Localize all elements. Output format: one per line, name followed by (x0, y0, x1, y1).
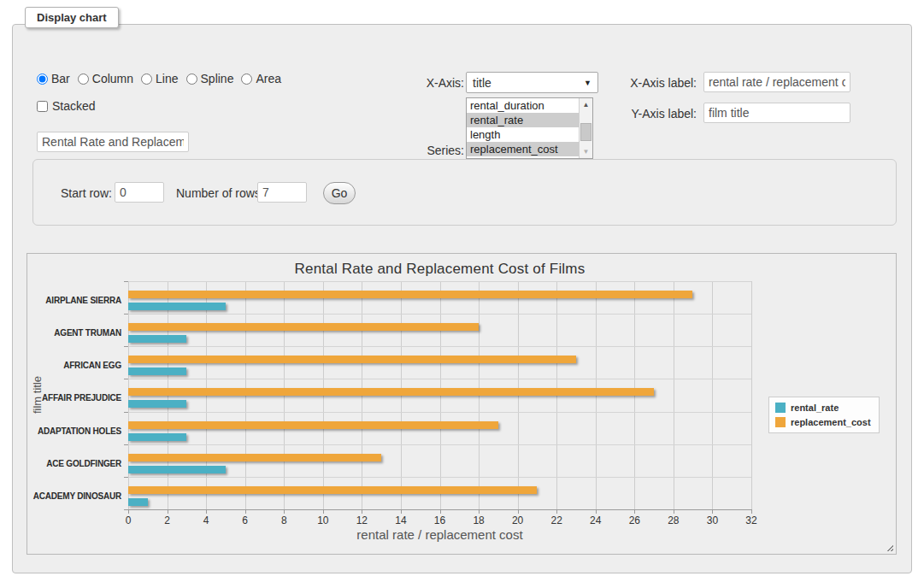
gridline-v (751, 281, 752, 509)
x-tick-label: 4 (191, 514, 221, 526)
bar-rental_rate[interactable] (128, 498, 148, 506)
radio-spline[interactable] (186, 73, 197, 85)
x-tick-label: 0 (114, 514, 143, 526)
y-axis-label-input[interactable] (703, 103, 850, 123)
bar-rental_rate[interactable] (128, 367, 186, 375)
gridline-h (128, 281, 751, 282)
series-option-rental_duration[interactable]: rental_duration (467, 98, 580, 113)
x-tick-label: 12 (347, 514, 376, 526)
x-axis-label-input[interactable] (703, 72, 850, 92)
row-range-panel: Start row: Number of rows: Go (32, 159, 897, 226)
bar-rental_rate[interactable] (128, 400, 186, 408)
series-option-rental_rate[interactable]: rental_rate (467, 113, 580, 127)
bar-rental_rate[interactable] (128, 303, 226, 310)
gridline-h (128, 346, 751, 347)
legend-swatch-icon (775, 403, 786, 413)
x-axis-select-value: title (473, 76, 491, 90)
chart-type-radio-line[interactable]: Line (141, 72, 178, 85)
x-tick-label: 6 (231, 514, 260, 526)
category-label: AIRPLANE SIERRA (27, 296, 121, 305)
x-tick (751, 509, 752, 514)
x-tick-label: 24 (581, 514, 610, 526)
stacked-label: Stacked (52, 99, 96, 113)
scrollbar-thumb[interactable] (580, 123, 591, 141)
gridline-h (128, 412, 751, 413)
scrollbar-up-icon[interactable]: ▲ (580, 98, 592, 111)
x-axis-select[interactable]: title ▼ (466, 72, 598, 93)
radio-label: Column (92, 72, 133, 85)
start-row-input[interactable] (115, 182, 164, 203)
radio-label: Bar (51, 72, 70, 85)
chart-type-radio-area[interactable]: Area (241, 72, 281, 85)
bar-replacement_cost[interactable] (128, 356, 576, 363)
bar-replacement_cost[interactable] (128, 388, 654, 396)
legend-item-rental_rate[interactable]: rental_rate (775, 403, 871, 413)
radio-line[interactable] (141, 73, 152, 85)
stacked-checkbox[interactable] (37, 101, 48, 112)
y-tick (124, 379, 128, 379)
bar-rental_rate[interactable] (128, 466, 226, 473)
scrollbar-down-icon[interactable]: ▼ (580, 145, 592, 158)
x-tick-label: 8 (269, 514, 298, 526)
gridline-v (712, 281, 713, 509)
page: Display chart BarColumnLineSplineArea St… (0, 0, 924, 582)
panel-legend: Display chart (25, 7, 119, 28)
bar-replacement_cost[interactable] (128, 486, 537, 494)
chart-type-radio-group: BarColumnLineSplineArea (37, 72, 281, 85)
series-option-length[interactable]: length (467, 127, 580, 142)
go-button[interactable]: Go (323, 182, 356, 204)
category-label: AFRICAN EGG (27, 361, 121, 370)
radio-column[interactable] (78, 73, 89, 85)
chart-type-radio-column[interactable]: Column (78, 72, 133, 85)
gridline-h (128, 314, 751, 315)
gridline-v (674, 281, 674, 509)
x-axis-select-label: X-Axis: (389, 76, 464, 90)
x-tick-label: 18 (464, 514, 493, 526)
x-tick-label: 2 (153, 514, 182, 526)
chart-title-input[interactable] (37, 132, 189, 152)
chart-type-radio-bar[interactable]: Bar (37, 72, 70, 85)
bar-replacement_cost[interactable] (128, 454, 381, 461)
bar-replacement_cost[interactable] (128, 421, 498, 429)
bar-rental_rate[interactable] (128, 335, 186, 343)
number-of-rows-label: Number of rows: (176, 186, 264, 200)
x-tick-label: 14 (386, 514, 415, 526)
chart-legend: rental_ratereplacement_cost (768, 397, 880, 433)
chart-title: Rental Rate and Replacement Cost of Film… (128, 261, 751, 278)
y-tick (124, 444, 128, 445)
bar-replacement_cost[interactable] (128, 323, 479, 331)
legend-item-replacement_cost[interactable]: replacement_cost (775, 417, 871, 427)
radio-bar[interactable] (37, 73, 48, 85)
radio-area[interactable] (241, 73, 252, 85)
chart-x-axis-title: rental rate / replacement cost (128, 527, 751, 542)
chart-type-radio-spline[interactable]: Spline (186, 72, 234, 85)
x-tick-label: 26 (620, 514, 649, 526)
x-axis-line (128, 509, 751, 510)
radio-label: Line (156, 72, 178, 85)
gridline-h (128, 379, 751, 379)
series-option-replacement_cost[interactable]: replacement_cost (467, 142, 580, 156)
x-tick-label: 22 (542, 514, 571, 526)
y-tick (124, 412, 128, 413)
series-label: Series: (389, 144, 464, 157)
display-chart-panel: Display chart BarColumnLineSplineArea St… (12, 24, 912, 573)
category-label: ADAPTATION HOLES (27, 426, 121, 436)
x-tick-label: 28 (659, 514, 688, 526)
bar-rental_rate[interactable] (128, 433, 186, 441)
category-label: AFFAIR PREJUDICE (27, 393, 121, 403)
x-tick-label: 20 (503, 514, 533, 526)
x-axis-label-field-label: X-Axis label: (621, 76, 697, 90)
series-listbox[interactable]: rental_durationrental_ratelengthreplacem… (466, 97, 593, 159)
stacked-checkbox-row[interactable]: Stacked (37, 99, 96, 113)
y-axis-label-field-label: Y-Axis label: (621, 107, 697, 121)
resize-handle-icon[interactable] (885, 543, 893, 551)
radio-label: Spline (201, 72, 234, 85)
gridline-h (128, 444, 751, 445)
bar-replacement_cost[interactable] (128, 291, 692, 298)
x-tick-label: 10 (309, 514, 338, 526)
series-scrollbar[interactable]: ▲ ▼ (579, 98, 592, 158)
category-label: ACADEMY DINOSAUR (27, 491, 121, 501)
y-tick (124, 281, 128, 282)
number-of-rows-input[interactable] (257, 182, 307, 203)
series-options: rental_durationrental_ratelengthreplacem… (467, 98, 592, 156)
